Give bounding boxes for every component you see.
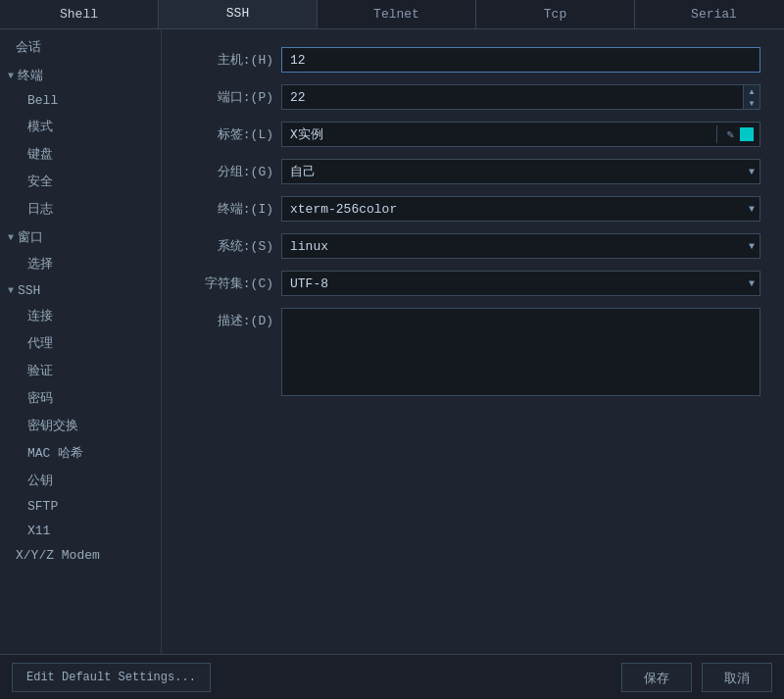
content-panel: 主机:(H) 端口:(P) ▲ ▼ 标签:(L) ✎	[162, 29, 784, 654]
system-row: 系统:(S) linux windows macos ▼	[185, 233, 760, 259]
terminal-row: 终端:(I) xterm-256color xterm vt100 ▼	[185, 196, 760, 222]
tab-serial[interactable]: Serial	[635, 0, 784, 28]
desc-label: 描述:(D)	[185, 308, 273, 329]
sidebar-item-machash[interactable]: MAC 哈希	[0, 439, 161, 467]
sidebar-item-keyexchange[interactable]: 密钥交换	[0, 412, 161, 439]
sidebar-item-bell[interactable]: Bell	[0, 88, 161, 113]
edit-defaults-button[interactable]: Edit Default Settings...	[12, 663, 211, 692]
terminal-select-wrapper: xterm-256color xterm vt100 ▼	[281, 196, 760, 222]
sidebar-item-auth[interactable]: 验证	[0, 357, 161, 384]
system-select-wrapper: linux windows macos ▼	[281, 233, 760, 259]
group-select[interactable]: 自己 默认	[281, 159, 760, 184]
tab-bar: Shell SSH Telnet Tcp Serial	[0, 0, 784, 29]
sidebar-item-select[interactable]: 选择	[0, 250, 161, 277]
bottom-bar: Edit Default Settings... 保存 取消	[0, 654, 784, 699]
port-input[interactable]	[281, 84, 743, 110]
port-wrapper: ▲ ▼	[281, 84, 760, 110]
desc-textarea[interactable]	[281, 308, 760, 396]
group-row: 分组:(G) 自己 默认 ▼	[185, 159, 760, 184]
sidebar: 会话 ▼ 终端 Bell 模式 键盘 安全 日志 ▼ 窗口 选择 ▼	[0, 29, 162, 654]
sidebar-item-keyboard[interactable]: 键盘	[0, 140, 161, 168]
main-layout: 会话 ▼ 终端 Bell 模式 键盘 安全 日志 ▼ 窗口 选择 ▼	[0, 29, 784, 654]
charset-select[interactable]: UTF-8 GBK ISO-8859-1	[281, 271, 760, 296]
sidebar-item-security[interactable]: 安全	[0, 168, 161, 195]
system-select[interactable]: linux windows macos	[281, 233, 760, 259]
tab-telnet[interactable]: Telnet	[318, 0, 476, 28]
sidebar-item-log[interactable]: 日志	[0, 195, 161, 223]
save-button[interactable]: 保存	[621, 663, 692, 692]
sidebar-item-xyzmodem[interactable]: X/Y/Z Modem	[0, 543, 161, 568]
tag-color-swatch[interactable]	[740, 127, 754, 141]
system-label: 系统:(S)	[185, 237, 273, 255]
charset-select-wrapper: UTF-8 GBK ISO-8859-1 ▼	[281, 271, 760, 296]
terminal-select[interactable]: xterm-256color xterm vt100	[281, 196, 760, 222]
sidebar-group-window[interactable]: ▼ 窗口	[0, 223, 161, 250]
arrow-ssh: ▼	[8, 285, 14, 296]
sidebar-item-mode[interactable]: 模式	[0, 113, 161, 140]
sidebar-group-terminal[interactable]: ▼ 终端	[0, 61, 161, 88]
tag-row: 标签:(L) ✎	[185, 122, 760, 147]
host-row: 主机:(H)	[185, 47, 760, 73]
sidebar-item-pubkey[interactable]: 公钥	[0, 467, 161, 494]
tag-wrapper: ✎	[281, 122, 760, 147]
group-label: 分组:(G)	[185, 163, 273, 180]
cancel-button[interactable]: 取消	[702, 663, 772, 692]
sidebar-item-proxy[interactable]: 代理	[0, 329, 161, 357]
charset-label: 字符集:(C)	[185, 275, 273, 292]
port-decrement-button[interactable]: ▼	[744, 97, 760, 109]
tag-input[interactable]	[282, 123, 712, 146]
bottom-right-buttons: 保存 取消	[621, 663, 772, 692]
tag-label: 标签:(L)	[185, 125, 273, 143]
port-increment-button[interactable]: ▲	[744, 85, 760, 97]
arrow-terminal: ▼	[8, 71, 14, 81]
sidebar-item-password[interactable]: 密码	[0, 384, 161, 412]
host-input[interactable]	[281, 47, 760, 73]
tab-shell[interactable]: Shell	[0, 0, 159, 28]
tag-divider	[716, 125, 717, 143]
host-label: 主机:(H)	[185, 51, 273, 69]
sidebar-item-connection[interactable]: 连接	[0, 302, 161, 329]
sidebar-item-x11[interactable]: X11	[0, 519, 161, 543]
sidebar-group-ssh[interactable]: ▼ SSH	[0, 277, 161, 302]
charset-row: 字符集:(C) UTF-8 GBK ISO-8859-1 ▼	[185, 271, 760, 296]
sidebar-item-sftp[interactable]: SFTP	[0, 494, 161, 519]
tab-ssh[interactable]: SSH	[159, 0, 318, 28]
tag-edit-icon[interactable]: ✎	[721, 127, 740, 142]
terminal-label: 终端:(I)	[185, 200, 273, 218]
tab-tcp[interactable]: Tcp	[476, 0, 635, 28]
port-spinner: ▲ ▼	[743, 84, 760, 110]
port-row: 端口:(P) ▲ ▼	[185, 84, 760, 110]
arrow-window: ▼	[8, 232, 14, 243]
port-label: 端口:(P)	[185, 88, 273, 106]
sidebar-item-session[interactable]: 会话	[0, 33, 161, 61]
desc-row: 描述:(D)	[185, 308, 760, 396]
group-select-wrapper: 自己 默认 ▼	[281, 159, 760, 184]
